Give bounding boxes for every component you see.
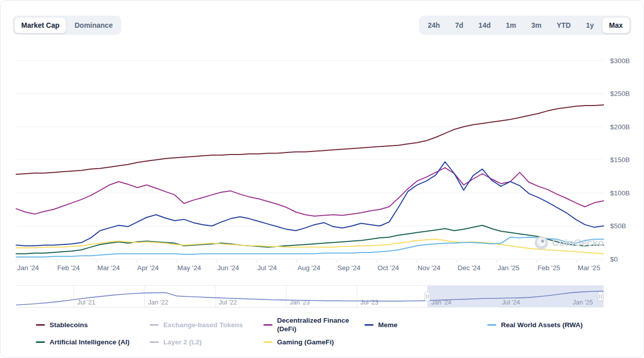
x-axis-label: Mar '25 (578, 264, 601, 272)
range-3m[interactable]: 3m (524, 17, 548, 33)
navigator-tick-label: Jan '25 (573, 299, 593, 306)
legend-label: Stablecoins (50, 321, 88, 329)
x-axis-label: Dec '24 (457, 264, 481, 272)
legend-item-exchange-based-tokens[interactable]: Exchange-based Tokens (150, 316, 263, 333)
tab-market-cap[interactable]: Market Cap (14, 17, 66, 33)
legend-item-layer-2-l2[interactable]: Layer 2 (L2) (150, 338, 263, 346)
navigator-handle-right[interactable] (598, 292, 603, 301)
x-axis-label: Feb '25 (538, 264, 561, 272)
y-axis-label: $300B (610, 57, 630, 65)
range-14d[interactable]: 14d (472, 17, 498, 33)
navigator-tick-label: Jan '22 (148, 299, 168, 306)
series-line-stablecoins (16, 105, 604, 174)
x-axis-label: May '24 (177, 264, 201, 272)
y-axis-label: $100B (610, 189, 630, 197)
legend-item-gaming-gamefi[interactable]: Gaming (GameFi) (263, 338, 364, 346)
series-line-decentralized-finance-defi (16, 168, 604, 216)
x-axis-label: Jul '24 (257, 264, 277, 272)
legend-item-stablecoins[interactable]: Stablecoins (36, 316, 150, 333)
chart-header: Market CapDominance 24h7d14d1m3mYTD1yMax (13, 16, 631, 35)
legend-label: Exchange-based Tokens (163, 321, 243, 329)
legend-item-real-world-assets-rwa[interactable]: Real World Assets (RWA) (487, 316, 635, 333)
legend-swatch-meme (364, 324, 374, 326)
x-axis-label: Feb '24 (57, 264, 80, 272)
x-axis-label: Jan '25 (497, 264, 519, 272)
legend-swatch-exchange-based-tokens (150, 324, 159, 326)
market-cap-chart-card: Market CapDominance 24h7d14d1m3mYTD1yMax… (0, 0, 644, 358)
navigator-tick-label: Jul '22 (219, 299, 237, 306)
x-axis-label: Jan '24 (17, 264, 39, 272)
range-24h[interactable]: 24h (421, 17, 447, 33)
tab-dominance[interactable]: Dominance (67, 17, 119, 33)
navigator[interactable]: Jul '21Jan '22Jul '22Jan '23Jul '23Jan '… (9, 284, 636, 309)
navigator-tick-label: Jul '21 (77, 299, 96, 306)
legend-label: Meme (378, 321, 397, 329)
range-max[interactable]: Max (602, 17, 630, 33)
y-axis-label: $250B (610, 90, 630, 97)
legend-swatch-real-world-assets-rwa (487, 324, 496, 326)
x-axis-label: Sep '24 (338, 264, 361, 272)
legend-swatch-artificial-intelligence-ai (36, 341, 45, 343)
time-range-group: 24h7d14d1m3mYTD1yMax (419, 16, 631, 35)
legend-label: Real World Assets (RWA) (501, 321, 583, 329)
legend-swatch-layer-2-l2 (150, 341, 159, 343)
legend-label: Layer 2 (L2) (163, 338, 202, 346)
main-chart[interactable]: $0$50B$100B$150B$200B$250B$300BJan '24Fe… (9, 42, 636, 274)
range-1m[interactable]: 1m (499, 17, 523, 33)
range-7d[interactable]: 7d (448, 17, 470, 33)
legend-item-artificial-intelligence-ai[interactable]: Artificial Intelligence (AI) (36, 338, 150, 346)
legend-label: Artificial Intelligence (AI) (50, 338, 129, 346)
navigator-handle-left[interactable] (425, 292, 430, 301)
legend-label: Decentralized Finance (DeFi) (277, 316, 364, 333)
y-axis-label: $150B (610, 156, 630, 164)
x-axis-label: Aug '24 (297, 264, 320, 272)
x-axis-label: Oct '24 (378, 264, 399, 272)
main-chart-area: $0$50B$100B$150B$200B$250B$300BJan '24Fe… (9, 42, 635, 274)
y-axis-label: $0 (610, 255, 618, 263)
legend-swatch-decentralized-finance-defi (263, 324, 272, 326)
legend: StablecoinsExchange-based TokensDecentra… (36, 316, 635, 346)
legend-item-meme[interactable]: Meme (364, 316, 487, 333)
range-ytd[interactable]: YTD (549, 17, 578, 33)
legend-swatch-stablecoins (36, 324, 45, 326)
legend-item-decentralized-finance-defi[interactable]: Decentralized Finance (DeFi) (263, 316, 364, 333)
y-axis-label: $50B (610, 222, 626, 230)
x-axis-label: Nov '24 (418, 264, 441, 272)
range-1y[interactable]: 1y (579, 17, 601, 33)
navigator-tick-label: Jul '23 (360, 299, 379, 306)
legend-label: Gaming (GameFi) (277, 338, 334, 346)
y-axis-label: $200B (610, 123, 630, 131)
x-axis-label: Apr '24 (137, 264, 159, 272)
legend-swatch-gaming-gamefi (263, 341, 272, 343)
x-axis-label: Jun '24 (217, 264, 240, 272)
navigator-area: Jul '21Jan '22Jul '22Jan '23Jul '23Jan '… (9, 284, 635, 309)
x-axis-label: Mar '24 (97, 264, 120, 272)
navigator-tick-label: Jul '24 (502, 299, 520, 306)
metric-toggle-group: Market CapDominance (13, 16, 121, 35)
series-line-gaming-gamefi (16, 239, 604, 254)
